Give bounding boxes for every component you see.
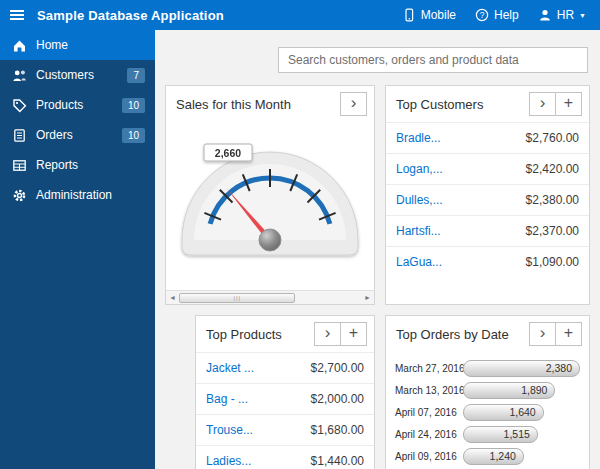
plus-icon: + [564, 325, 573, 341]
top-products-header: Top Products › + [196, 316, 374, 352]
plus-icon: + [349, 325, 358, 341]
product-link[interactable]: Trouse... [206, 423, 253, 437]
product-link[interactable]: Bag - ... [206, 392, 248, 406]
gauge-value-label: 2,660 [204, 144, 252, 161]
scrollbar-track[interactable]: ||| [179, 292, 361, 304]
top-orders-card: Top Orders by Date › + March 27, 2016 2,… [385, 315, 590, 469]
order-date: April 09, 2016 [395, 451, 463, 462]
nav-badge: 10 [122, 128, 145, 143]
order-date: March 27, 2016 [395, 363, 463, 374]
customer-link[interactable]: Hartsfi... [396, 224, 441, 238]
hamburger-icon [10, 10, 24, 20]
order-bar: 1,890 [463, 382, 555, 399]
product-link[interactable]: Jacket ... [206, 361, 254, 375]
search-input[interactable] [278, 47, 588, 73]
mobile-link[interactable]: Mobile [402, 8, 456, 22]
list-item: Bag - ...$2,000.00 [196, 383, 374, 414]
customers-icon [12, 68, 27, 83]
list-item: Dulles,...$2,380.00 [386, 184, 589, 215]
chevron-right-icon: › [325, 324, 331, 341]
top-customers-header: Top Customers › + [386, 86, 589, 122]
help-label: Help [494, 8, 519, 22]
sidebar-item-orders[interactable]: Orders 10 [0, 120, 155, 150]
mobile-icon [402, 8, 416, 22]
gauge-chart: 2,660 [166, 122, 374, 278]
user-menu[interactable]: HR ▼ [538, 8, 586, 22]
header-nav: Mobile ? Help HR ▼ [402, 8, 600, 22]
product-value: $1,440.00 [311, 454, 364, 468]
mobile-label: Mobile [421, 8, 456, 22]
customer-link[interactable]: Dulles,... [396, 193, 443, 207]
nav-badge: 10 [122, 98, 145, 113]
customer-value: $2,760.00 [526, 131, 579, 145]
scrollbar-thumb[interactable]: ||| [179, 293, 295, 303]
nav-badge: 7 [127, 68, 145, 83]
order-bar: 1,240 [463, 448, 524, 465]
list-item: Ladies...$1,440.00 [196, 445, 374, 469]
gear-icon [12, 188, 27, 203]
app-title: Sample Database Application [37, 8, 224, 23]
sales-gauge: 2,660 [166, 122, 374, 292]
expand-button[interactable]: › [529, 92, 556, 116]
order-date: April 24, 2016 [395, 429, 463, 440]
horizontal-scrollbar[interactable]: ◄ ||| ► [166, 290, 374, 304]
sales-card: Sales for this Month › [165, 85, 375, 305]
chevron-right-icon: › [540, 94, 546, 111]
sidebar-item-administration[interactable]: Administration [0, 180, 155, 210]
application-window: Sample Database Application Mobile ? Hel… [0, 0, 600, 469]
sidebar-item-label: Reports [36, 158, 145, 172]
product-value: $2,700.00 [311, 361, 364, 375]
order-date: April 07, 2016 [395, 407, 463, 418]
expand-button[interactable]: › [340, 92, 367, 116]
sidebar-item-label: Products [36, 98, 122, 112]
scroll-right-button[interactable]: ► [361, 294, 374, 301]
customer-value: $2,370.00 [526, 224, 579, 238]
sidebar-item-label: Orders [36, 128, 122, 142]
customer-link[interactable]: Bradle... [396, 131, 441, 145]
order-bar: 2,380 [463, 360, 580, 377]
scrollbar-grip-icon: ||| [233, 295, 241, 301]
top-customers-list: Bradle...$2,760.00 Logan,...$2,420.00 Du… [386, 122, 589, 277]
help-link[interactable]: ? Help [475, 8, 519, 22]
sidebar-item-customers[interactable]: Customers 7 [0, 60, 155, 90]
sidebar-nav: Home Customers 7 Products 10 Orders 10 R… [0, 30, 155, 469]
add-product-button[interactable]: + [340, 322, 367, 346]
list-item: Logan,...$2,420.00 [386, 153, 589, 184]
chevron-right-icon: › [540, 324, 546, 341]
add-order-button[interactable]: + [555, 322, 582, 346]
chevron-right-icon: › [351, 94, 357, 111]
sidebar-item-home[interactable]: Home [0, 30, 155, 60]
reports-icon [12, 158, 27, 173]
card-title: Top Customers [396, 97, 483, 112]
products-icon [12, 98, 27, 113]
top-orders-chart: March 27, 2016 2,380 March 13, 2016 1,89… [386, 352, 589, 465]
expand-button[interactable]: › [314, 322, 341, 346]
product-link[interactable]: Ladies... [206, 454, 251, 468]
orders-icon [12, 128, 27, 143]
scroll-left-button[interactable]: ◄ [166, 294, 179, 301]
customer-link[interactable]: Logan,... [396, 162, 443, 176]
card-title: Top Orders by Date [396, 327, 509, 342]
sales-card-header: Sales for this Month › [166, 86, 374, 122]
top-customers-card: Top Customers › + Bradle...$2,760.00 Log… [385, 85, 590, 305]
list-item: LaGua...$1,090.00 [386, 246, 589, 277]
card-title: Top Products [206, 327, 282, 342]
card-title: Sales for this Month [176, 97, 291, 112]
sidebar-item-products[interactable]: Products 10 [0, 90, 155, 120]
user-label: HR [557, 8, 574, 22]
product-value: $1,680.00 [311, 423, 364, 437]
list-item: Trouse...$1,680.00 [196, 414, 374, 445]
order-bar: 1,515 [463, 426, 538, 443]
customer-link[interactable]: LaGua... [396, 255, 442, 269]
sidebar-item-reports[interactable]: Reports [0, 150, 155, 180]
menu-toggle-button[interactable] [0, 0, 34, 30]
order-row: April 09, 2016 1,240 [395, 448, 580, 465]
app-header: Sample Database Application Mobile ? Hel… [0, 0, 600, 30]
expand-button[interactable]: › [529, 322, 556, 346]
top-products-card: Top Products › + Jacket ...$2,700.00 Bag… [195, 315, 375, 469]
add-customer-button[interactable]: + [555, 92, 582, 116]
svg-text:?: ? [480, 10, 485, 20]
sidebar-item-label: Customers [36, 68, 127, 82]
home-icon [12, 38, 27, 53]
list-item: Hartsfi...$2,370.00 [386, 215, 589, 246]
